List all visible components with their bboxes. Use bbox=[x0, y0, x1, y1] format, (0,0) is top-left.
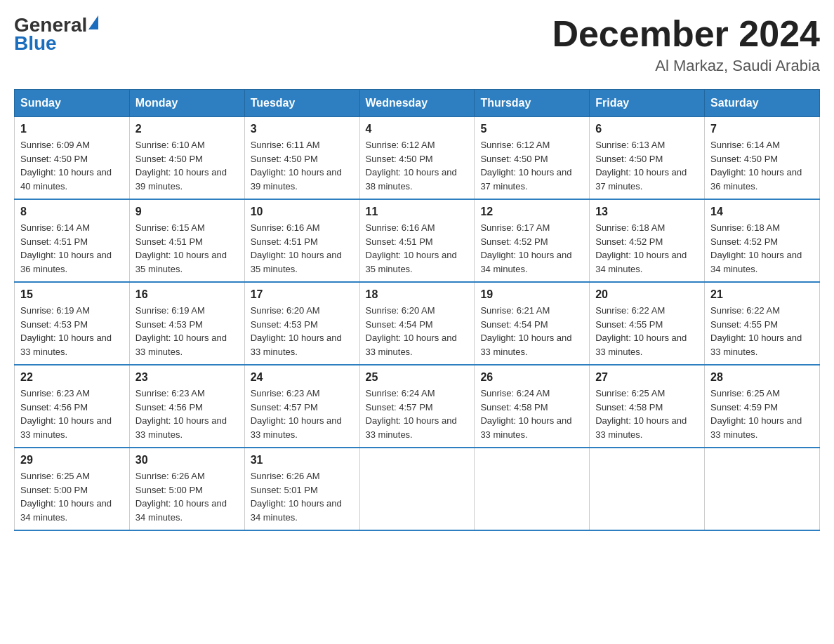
day-info: Sunrise: 6:13 AMSunset: 4:50 PMDaylight:… bbox=[595, 140, 687, 192]
calendar-day-cell: 25 Sunrise: 6:24 AMSunset: 4:57 PMDaylig… bbox=[359, 365, 475, 448]
calendar-day-cell: 16 Sunrise: 6:19 AMSunset: 4:53 PMDaylig… bbox=[129, 282, 244, 365]
calendar-day-cell: 9 Sunrise: 6:15 AMSunset: 4:51 PMDayligh… bbox=[129, 199, 244, 282]
day-number: 30 bbox=[135, 454, 239, 467]
calendar-day-cell: 13 Sunrise: 6:18 AMSunset: 4:52 PMDaylig… bbox=[590, 199, 705, 282]
day-info: Sunrise: 6:09 AMSunset: 4:50 PMDaylight:… bbox=[20, 140, 112, 192]
calendar-day-cell: 20 Sunrise: 6:22 AMSunset: 4:55 PMDaylig… bbox=[590, 282, 705, 365]
location-subtitle: Al Markaz, Saudi Arabia bbox=[552, 57, 820, 75]
day-info: Sunrise: 6:16 AMSunset: 4:51 PMDaylight:… bbox=[366, 222, 457, 274]
day-number: 19 bbox=[480, 288, 583, 301]
header-cell-thursday: Thursday bbox=[475, 90, 590, 117]
day-info: Sunrise: 6:14 AMSunset: 4:51 PMDaylight:… bbox=[20, 222, 112, 274]
day-info: Sunrise: 6:26 AMSunset: 5:01 PMDaylight:… bbox=[251, 471, 342, 523]
day-info: Sunrise: 6:12 AMSunset: 4:50 PMDaylight:… bbox=[480, 140, 571, 192]
day-info: Sunrise: 6:20 AMSunset: 4:54 PMDaylight:… bbox=[366, 305, 457, 357]
calendar-day-cell: 17 Sunrise: 6:20 AMSunset: 4:53 PMDaylig… bbox=[244, 282, 359, 365]
calendar-day-cell: 7 Sunrise: 6:14 AMSunset: 4:50 PMDayligh… bbox=[705, 117, 820, 200]
day-info: Sunrise: 6:19 AMSunset: 4:53 PMDaylight:… bbox=[135, 305, 227, 357]
day-number: 21 bbox=[710, 288, 814, 301]
day-number: 3 bbox=[251, 123, 354, 135]
day-number: 12 bbox=[480, 206, 583, 218]
calendar-day-cell: 30 Sunrise: 6:26 AMSunset: 5:00 PMDaylig… bbox=[129, 448, 244, 530]
calendar-day-cell: 12 Sunrise: 6:17 AMSunset: 4:52 PMDaylig… bbox=[475, 199, 590, 282]
day-number: 20 bbox=[595, 288, 699, 301]
calendar-day-cell bbox=[475, 448, 590, 530]
calendar-table: SundayMondayTuesdayWednesdayThursdayFrid… bbox=[14, 89, 820, 531]
day-info: Sunrise: 6:23 AMSunset: 4:56 PMDaylight:… bbox=[20, 388, 112, 440]
calendar-day-cell: 8 Sunrise: 6:14 AMSunset: 4:51 PMDayligh… bbox=[15, 199, 130, 282]
calendar-day-cell: 14 Sunrise: 6:18 AMSunset: 4:52 PMDaylig… bbox=[705, 199, 820, 282]
calendar-day-cell: 3 Sunrise: 6:11 AMSunset: 4:50 PMDayligh… bbox=[244, 117, 359, 200]
day-info: Sunrise: 6:20 AMSunset: 4:53 PMDaylight:… bbox=[251, 305, 342, 357]
calendar-day-cell: 27 Sunrise: 6:25 AMSunset: 4:58 PMDaylig… bbox=[590, 365, 705, 448]
day-number: 28 bbox=[710, 371, 814, 384]
calendar-day-cell: 29 Sunrise: 6:25 AMSunset: 5:00 PMDaylig… bbox=[15, 448, 130, 530]
day-info: Sunrise: 6:25 AMSunset: 4:58 PMDaylight:… bbox=[595, 388, 687, 440]
day-info: Sunrise: 6:22 AMSunset: 4:55 PMDaylight:… bbox=[710, 305, 802, 357]
day-number: 13 bbox=[595, 206, 699, 218]
day-number: 29 bbox=[20, 454, 124, 467]
day-info: Sunrise: 6:16 AMSunset: 4:51 PMDaylight:… bbox=[251, 222, 342, 274]
day-info: Sunrise: 6:23 AMSunset: 4:57 PMDaylight:… bbox=[251, 388, 342, 440]
logo: General Blue bbox=[14, 14, 98, 55]
day-number: 15 bbox=[20, 288, 124, 301]
day-number: 24 bbox=[251, 371, 354, 384]
day-number: 2 bbox=[135, 123, 239, 135]
day-info: Sunrise: 6:18 AMSunset: 4:52 PMDaylight:… bbox=[710, 222, 802, 274]
calendar-day-cell: 6 Sunrise: 6:13 AMSunset: 4:50 PMDayligh… bbox=[590, 117, 705, 200]
calendar-day-cell: 19 Sunrise: 6:21 AMSunset: 4:54 PMDaylig… bbox=[475, 282, 590, 365]
calendar-day-cell: 22 Sunrise: 6:23 AMSunset: 4:56 PMDaylig… bbox=[15, 365, 130, 448]
header-cell-monday: Monday bbox=[129, 90, 244, 117]
calendar-week-row: 15 Sunrise: 6:19 AMSunset: 4:53 PMDaylig… bbox=[15, 282, 820, 365]
day-info: Sunrise: 6:21 AMSunset: 4:54 PMDaylight:… bbox=[480, 305, 571, 357]
day-info: Sunrise: 6:12 AMSunset: 4:50 PMDaylight:… bbox=[366, 140, 457, 192]
month-year-title: December 2024 bbox=[552, 14, 820, 54]
day-info: Sunrise: 6:17 AMSunset: 4:52 PMDaylight:… bbox=[480, 222, 571, 274]
calendar-header: SundayMondayTuesdayWednesdayThursdayFrid… bbox=[15, 90, 820, 117]
day-number: 17 bbox=[251, 288, 354, 301]
calendar-day-cell: 23 Sunrise: 6:23 AMSunset: 4:56 PMDaylig… bbox=[129, 365, 244, 448]
title-block: December 2024 Al Markaz, Saudi Arabia bbox=[552, 14, 820, 75]
header-cell-tuesday: Tuesday bbox=[244, 90, 359, 117]
page-header: General Blue December 2024 Al Markaz, Sa… bbox=[14, 14, 820, 75]
calendar-day-cell: 10 Sunrise: 6:16 AMSunset: 4:51 PMDaylig… bbox=[244, 199, 359, 282]
day-number: 27 bbox=[595, 371, 699, 384]
day-info: Sunrise: 6:24 AMSunset: 4:57 PMDaylight:… bbox=[366, 388, 457, 440]
day-number: 14 bbox=[710, 206, 814, 218]
day-info: Sunrise: 6:26 AMSunset: 5:00 PMDaylight:… bbox=[135, 471, 227, 523]
calendar-day-cell: 15 Sunrise: 6:19 AMSunset: 4:53 PMDaylig… bbox=[15, 282, 130, 365]
day-number: 10 bbox=[251, 206, 354, 218]
day-number: 25 bbox=[366, 371, 469, 384]
calendar-day-cell: 26 Sunrise: 6:24 AMSunset: 4:58 PMDaylig… bbox=[475, 365, 590, 448]
calendar-day-cell: 11 Sunrise: 6:16 AMSunset: 4:51 PMDaylig… bbox=[359, 199, 475, 282]
calendar-week-row: 1 Sunrise: 6:09 AMSunset: 4:50 PMDayligh… bbox=[15, 117, 820, 200]
calendar-week-row: 29 Sunrise: 6:25 AMSunset: 5:00 PMDaylig… bbox=[15, 448, 820, 530]
header-cell-saturday: Saturday bbox=[705, 90, 820, 117]
calendar-day-cell: 21 Sunrise: 6:22 AMSunset: 4:55 PMDaylig… bbox=[705, 282, 820, 365]
day-info: Sunrise: 6:23 AMSunset: 4:56 PMDaylight:… bbox=[135, 388, 227, 440]
logo-blue-text: Blue bbox=[14, 32, 98, 55]
calendar-week-row: 22 Sunrise: 6:23 AMSunset: 4:56 PMDaylig… bbox=[15, 365, 820, 448]
day-info: Sunrise: 6:11 AMSunset: 4:50 PMDaylight:… bbox=[251, 140, 342, 192]
day-number: 7 bbox=[710, 123, 814, 135]
day-number: 9 bbox=[135, 206, 239, 218]
calendar-day-cell: 31 Sunrise: 6:26 AMSunset: 5:01 PMDaylig… bbox=[244, 448, 359, 530]
calendar-day-cell: 24 Sunrise: 6:23 AMSunset: 4:57 PMDaylig… bbox=[244, 365, 359, 448]
calendar-day-cell bbox=[590, 448, 705, 530]
calendar-day-cell: 2 Sunrise: 6:10 AMSunset: 4:50 PMDayligh… bbox=[129, 117, 244, 200]
day-info: Sunrise: 6:24 AMSunset: 4:58 PMDaylight:… bbox=[480, 388, 571, 440]
day-info: Sunrise: 6:15 AMSunset: 4:51 PMDaylight:… bbox=[135, 222, 227, 274]
day-number: 18 bbox=[366, 288, 469, 301]
header-cell-sunday: Sunday bbox=[15, 90, 130, 117]
day-number: 16 bbox=[135, 288, 239, 301]
day-number: 1 bbox=[20, 123, 124, 135]
header-cell-wednesday: Wednesday bbox=[359, 90, 475, 117]
calendar-day-cell bbox=[359, 448, 475, 530]
day-info: Sunrise: 6:25 AMSunset: 4:59 PMDaylight:… bbox=[710, 388, 802, 440]
day-info: Sunrise: 6:19 AMSunset: 4:53 PMDaylight:… bbox=[20, 305, 112, 357]
day-info: Sunrise: 6:10 AMSunset: 4:50 PMDaylight:… bbox=[135, 140, 227, 192]
day-number: 26 bbox=[480, 371, 583, 384]
header-cell-friday: Friday bbox=[590, 90, 705, 117]
day-number: 4 bbox=[366, 123, 469, 135]
day-info: Sunrise: 6:25 AMSunset: 5:00 PMDaylight:… bbox=[20, 471, 112, 523]
